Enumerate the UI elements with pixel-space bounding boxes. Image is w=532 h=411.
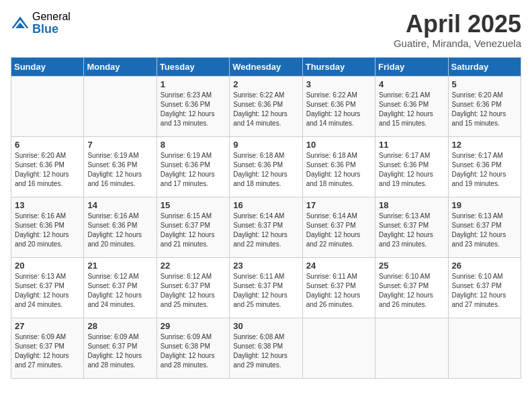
day-number: 18 (379, 200, 444, 210)
weekday-thursday: Thursday (302, 57, 375, 76)
day-info: Sunrise: 6:18 AM Sunset: 6:36 PM Dayligh… (233, 151, 298, 189)
day-info: Sunrise: 6:12 AM Sunset: 6:37 PM Dayligh… (161, 272, 226, 310)
calendar-cell: 5Sunrise: 6:20 AM Sunset: 6:36 PM Daylig… (448, 76, 521, 136)
day-info: Sunrise: 6:20 AM Sunset: 6:36 PM Dayligh… (15, 151, 80, 189)
day-info: Sunrise: 6:10 AM Sunset: 6:37 PM Dayligh… (379, 272, 444, 310)
calendar-cell: 23Sunrise: 6:11 AM Sunset: 6:37 PM Dayli… (230, 257, 302, 318)
day-info: Sunrise: 6:08 AM Sunset: 6:38 PM Dayligh… (233, 332, 298, 370)
weekday-monday: Monday (84, 57, 157, 76)
day-number: 27 (15, 321, 80, 331)
calendar-cell: 1Sunrise: 6:23 AM Sunset: 6:36 PM Daylig… (157, 76, 229, 136)
calendar-cell (84, 76, 157, 136)
calendar-title: April 2025 (394, 11, 521, 38)
calendar-cell: 27Sunrise: 6:09 AM Sunset: 6:37 PM Dayli… (11, 318, 84, 378)
day-number: 2 (233, 79, 298, 89)
day-number: 3 (306, 79, 371, 89)
day-info: Sunrise: 6:14 AM Sunset: 6:37 PM Dayligh… (233, 212, 298, 249)
week-row-1: 1Sunrise: 6:23 AM Sunset: 6:36 PM Daylig… (11, 76, 521, 136)
day-number: 17 (306, 200, 371, 210)
calendar-cell: 20Sunrise: 6:13 AM Sunset: 6:37 PM Dayli… (11, 257, 84, 318)
day-number: 5 (452, 79, 517, 89)
day-info: Sunrise: 6:11 AM Sunset: 6:37 PM Dayligh… (306, 272, 371, 310)
day-info: Sunrise: 6:22 AM Sunset: 6:36 PM Dayligh… (306, 91, 371, 128)
day-number: 20 (15, 261, 80, 271)
day-info: Sunrise: 6:19 AM Sunset: 6:36 PM Dayligh… (87, 151, 152, 189)
day-info: Sunrise: 6:21 AM Sunset: 6:36 PM Dayligh… (379, 91, 444, 128)
calendar-cell: 9Sunrise: 6:18 AM Sunset: 6:36 PM Daylig… (230, 136, 302, 197)
day-number: 13 (15, 200, 80, 210)
day-number: 23 (233, 261, 298, 271)
logo-icon (11, 14, 30, 33)
day-number: 29 (161, 321, 226, 331)
day-info: Sunrise: 6:11 AM Sunset: 6:37 PM Dayligh… (233, 272, 298, 310)
logo: General Blue (11, 11, 71, 36)
calendar-cell: 29Sunrise: 6:09 AM Sunset: 6:38 PM Dayli… (157, 318, 229, 378)
calendar-cell: 24Sunrise: 6:11 AM Sunset: 6:37 PM Dayli… (302, 257, 375, 318)
day-info: Sunrise: 6:10 AM Sunset: 6:37 PM Dayligh… (452, 272, 517, 310)
day-info: Sunrise: 6:13 AM Sunset: 6:37 PM Dayligh… (15, 272, 80, 310)
day-number: 1 (161, 79, 226, 89)
calendar-cell (302, 318, 375, 378)
day-number: 24 (306, 261, 371, 271)
week-row-2: 6Sunrise: 6:20 AM Sunset: 6:36 PM Daylig… (11, 136, 521, 197)
calendar-cell: 26Sunrise: 6:10 AM Sunset: 6:37 PM Dayli… (448, 257, 521, 318)
day-number: 19 (452, 200, 517, 210)
weekday-tuesday: Tuesday (157, 57, 229, 76)
weekday-row: SundayMondayTuesdayWednesdayThursdayFrid… (11, 57, 521, 76)
day-number: 11 (379, 140, 444, 150)
day-number: 21 (87, 261, 152, 271)
day-info: Sunrise: 6:12 AM Sunset: 6:37 PM Dayligh… (87, 272, 152, 310)
day-number: 26 (452, 261, 517, 271)
calendar-cell: 16Sunrise: 6:14 AM Sunset: 6:37 PM Dayli… (230, 197, 302, 257)
day-info: Sunrise: 6:17 AM Sunset: 6:36 PM Dayligh… (452, 151, 517, 189)
day-number: 8 (161, 140, 226, 150)
calendar-cell: 28Sunrise: 6:09 AM Sunset: 6:37 PM Dayli… (84, 318, 157, 378)
day-number: 4 (379, 79, 444, 89)
calendar-table: SundayMondayTuesdayWednesdayThursdayFrid… (11, 57, 521, 379)
logo-blue: Blue (32, 23, 71, 36)
calendar-cell: 21Sunrise: 6:12 AM Sunset: 6:37 PM Dayli… (84, 257, 157, 318)
calendar-cell: 3Sunrise: 6:22 AM Sunset: 6:36 PM Daylig… (302, 76, 375, 136)
day-info: Sunrise: 6:15 AM Sunset: 6:37 PM Dayligh… (161, 212, 226, 249)
weekday-wednesday: Wednesday (230, 57, 302, 76)
calendar-cell: 6Sunrise: 6:20 AM Sunset: 6:36 PM Daylig… (11, 136, 84, 197)
weekday-friday: Friday (375, 57, 448, 76)
calendar-cell: 14Sunrise: 6:16 AM Sunset: 6:36 PM Dayli… (84, 197, 157, 257)
calendar-cell: 10Sunrise: 6:18 AM Sunset: 6:36 PM Dayli… (302, 136, 375, 197)
week-row-4: 20Sunrise: 6:13 AM Sunset: 6:37 PM Dayli… (11, 257, 521, 318)
day-number: 25 (379, 261, 444, 271)
calendar-cell: 18Sunrise: 6:13 AM Sunset: 6:37 PM Dayli… (375, 197, 448, 257)
day-number: 28 (87, 321, 152, 331)
calendar-cell: 8Sunrise: 6:19 AM Sunset: 6:36 PM Daylig… (157, 136, 229, 197)
week-row-3: 13Sunrise: 6:16 AM Sunset: 6:36 PM Dayli… (11, 197, 521, 257)
calendar-cell: 4Sunrise: 6:21 AM Sunset: 6:36 PM Daylig… (375, 76, 448, 136)
calendar-cell: 15Sunrise: 6:15 AM Sunset: 6:37 PM Dayli… (157, 197, 229, 257)
day-info: Sunrise: 6:09 AM Sunset: 6:38 PM Dayligh… (161, 332, 226, 370)
day-info: Sunrise: 6:16 AM Sunset: 6:36 PM Dayligh… (87, 212, 152, 249)
calendar-cell: 22Sunrise: 6:12 AM Sunset: 6:37 PM Dayli… (157, 257, 229, 318)
calendar-body: 1Sunrise: 6:23 AM Sunset: 6:36 PM Daylig… (11, 76, 521, 378)
day-info: Sunrise: 6:18 AM Sunset: 6:36 PM Dayligh… (306, 151, 371, 189)
logo-general: General (32, 11, 71, 23)
calendar-cell: 2Sunrise: 6:22 AM Sunset: 6:36 PM Daylig… (230, 76, 302, 136)
day-info: Sunrise: 6:23 AM Sunset: 6:36 PM Dayligh… (161, 91, 226, 128)
day-info: Sunrise: 6:17 AM Sunset: 6:36 PM Dayligh… (379, 151, 444, 189)
day-number: 9 (233, 140, 298, 150)
calendar-cell: 30Sunrise: 6:08 AM Sunset: 6:38 PM Dayli… (230, 318, 302, 378)
day-info: Sunrise: 6:20 AM Sunset: 6:36 PM Dayligh… (452, 91, 517, 128)
day-info: Sunrise: 6:22 AM Sunset: 6:36 PM Dayligh… (233, 91, 298, 128)
calendar-cell (375, 318, 448, 378)
calendar-cell: 17Sunrise: 6:14 AM Sunset: 6:37 PM Dayli… (302, 197, 375, 257)
day-number: 14 (87, 200, 152, 210)
day-number: 16 (233, 200, 298, 210)
day-number: 12 (452, 140, 517, 150)
calendar-header: SundayMondayTuesdayWednesdayThursdayFrid… (11, 57, 521, 76)
day-info: Sunrise: 6:13 AM Sunset: 6:37 PM Dayligh… (379, 212, 444, 249)
day-info: Sunrise: 6:14 AM Sunset: 6:37 PM Dayligh… (306, 212, 371, 249)
day-info: Sunrise: 6:09 AM Sunset: 6:37 PM Dayligh… (15, 332, 80, 370)
day-number: 10 (306, 140, 371, 150)
weekday-sunday: Sunday (11, 57, 84, 76)
logo-text: General Blue (32, 11, 71, 36)
calendar-cell: 19Sunrise: 6:13 AM Sunset: 6:37 PM Dayli… (448, 197, 521, 257)
day-info: Sunrise: 6:16 AM Sunset: 6:36 PM Dayligh… (15, 212, 80, 249)
